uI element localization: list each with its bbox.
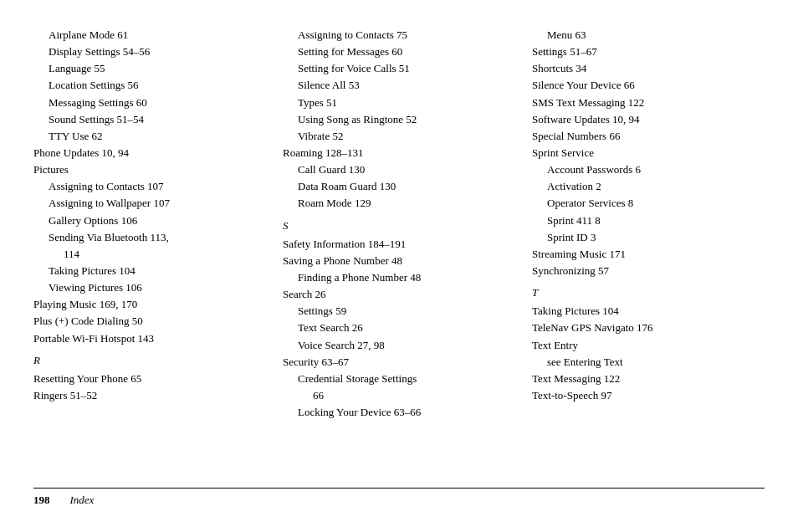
- index-subentry: Locking Your Device 63–66: [283, 404, 515, 421]
- section-letter-R: R: [33, 352, 266, 369]
- index-entry: Taking Pictures 104: [532, 303, 765, 320]
- index-subentry: Using Song as Ringtone 52: [283, 111, 515, 128]
- index-subentry: Vibrate 52: [283, 128, 515, 145]
- index-entry: Saving a Phone Number 48: [283, 253, 515, 269]
- index-subentry: Taking Pictures 104: [33, 263, 266, 279]
- column-0: Airplane Mode 61Display Settings 54–56La…: [33, 27, 283, 471]
- index-entry: Pictures: [33, 161, 266, 178]
- index-subentry: Operator Services 8: [532, 195, 765, 212]
- index-subsubentry: 114: [33, 246, 266, 263]
- index-entry: Security 63–67: [283, 354, 515, 371]
- index-subentry: Roam Mode 129: [283, 195, 515, 212]
- index-subentry: Voice Search 27, 98: [283, 337, 515, 354]
- index-subentry: see Entering Text: [532, 354, 765, 371]
- column-1: Assigning to Contacts 75Setting for Mess…: [283, 27, 532, 471]
- index-subentry: Text Search 26: [283, 320, 515, 336]
- index-subentry: Setting for Voice Calls 51: [283, 60, 515, 77]
- index-entry: SMS Text Messaging 122: [532, 95, 765, 111]
- index-entry: Roaming 128–131: [283, 145, 515, 161]
- index-entry: Settings 51–67: [532, 43, 765, 60]
- section-letter-S: S: [283, 217, 515, 234]
- column-2: Menu 63Settings 51–67Shortcuts 34Silence…: [532, 27, 765, 471]
- index-subentry: Types 51: [283, 95, 515, 111]
- index-entry: Text Messaging 122: [532, 371, 765, 387]
- index-subentry: Assigning to Wallpaper 107: [33, 195, 266, 212]
- index-subsubentry: 66: [283, 387, 515, 404]
- index-subentry: Location Settings 56: [33, 77, 266, 94]
- index-entry: Portable Wi-Fi Hotspot 143: [33, 330, 266, 347]
- index-entry: Sprint Service: [532, 145, 765, 161]
- index-subentry: Finding a Phone Number 48: [283, 269, 515, 286]
- index-subentry: Airplane Mode 61: [33, 27, 266, 43]
- index-entry: Text Entry: [532, 337, 765, 354]
- index-entry: Software Updates 10, 94: [532, 111, 765, 128]
- index-subentry: Language 55: [33, 60, 266, 77]
- footer-title: Index: [70, 494, 95, 507]
- index-subentry: Sprint 411 8: [532, 212, 765, 229]
- index-subentry: Account Passwords 6: [532, 161, 765, 178]
- index-entry: Search 26: [283, 286, 515, 303]
- index-subentry: Activation 2: [532, 178, 765, 195]
- section-letter-T: T: [532, 284, 765, 301]
- index-entry: Synchronizing 57: [532, 263, 765, 279]
- index-entry: Text-to-Speech 97: [532, 387, 765, 404]
- index-subentry: Messaging Settings 60: [33, 95, 266, 111]
- page-footer: 198 Index: [33, 488, 765, 507]
- index-subentry: Call Guard 130: [283, 161, 515, 178]
- content-columns: Airplane Mode 61Display Settings 54–56La…: [33, 27, 765, 471]
- index-entry: TeleNav GPS Navigato 176: [532, 320, 765, 336]
- index-entry: Silence Your Device 66: [532, 77, 765, 94]
- index-entry: Ringers 51–52: [33, 387, 266, 404]
- index-entry: Streaming Music 171: [532, 246, 765, 263]
- index-entry: Special Numbers 66: [532, 128, 765, 145]
- page: Airplane Mode 61Display Settings 54–56La…: [0, 0, 798, 532]
- index-entry: Shortcuts 34: [532, 60, 765, 77]
- footer-page-number: 198: [33, 494, 50, 507]
- index-subentry: Settings 59: [283, 303, 515, 320]
- index-subentry: Data Roam Guard 130: [283, 178, 515, 195]
- index-entry: Plus (+) Code Dialing 50: [33, 313, 266, 330]
- index-entry: Resetting Your Phone 65: [33, 371, 266, 387]
- index-subentry: Sprint ID 3: [532, 229, 765, 246]
- index-subentry: Credential Storage Settings: [283, 371, 515, 387]
- index-subentry: TTY Use 62: [33, 128, 266, 145]
- index-subentry: Sending Via Bluetooth 113,: [33, 229, 266, 246]
- index-subentry: Silence All 53: [283, 77, 515, 94]
- index-subentry: Gallery Options 106: [33, 212, 266, 229]
- index-subentry: Menu 63: [532, 27, 765, 43]
- index-subentry: Setting for Messages 60: [283, 43, 515, 60]
- index-subentry: Viewing Pictures 106: [33, 279, 266, 296]
- index-entry: Safety Information 184–191: [283, 236, 515, 253]
- index-subentry: Sound Settings 51–54: [33, 111, 266, 128]
- index-subentry: Assigning to Contacts 75: [283, 27, 515, 43]
- index-entry: Playing Music 169, 170: [33, 296, 266, 313]
- index-subentry: Display Settings 54–56: [33, 43, 266, 60]
- index-subentry: Assigning to Contacts 107: [33, 178, 266, 195]
- index-entry: Phone Updates 10, 94: [33, 145, 266, 161]
